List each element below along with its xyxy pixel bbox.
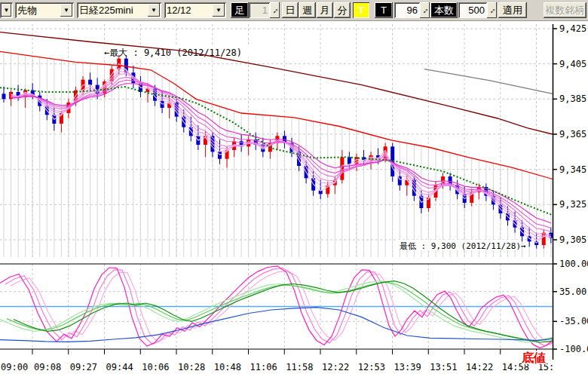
svg-text:10:48: 10:48	[214, 362, 241, 372]
svg-text:11:58: 11:58	[286, 362, 313, 372]
tick-count-field[interactable]: 96	[394, 2, 420, 18]
bar-count-label-button[interactable]: 本数	[430, 2, 458, 18]
svg-text:9,425: 9,425	[559, 23, 586, 34]
svg-text:←最大 : 9,410 (2012/11/28): ←最大 : 9,410 (2012/11/28)	[104, 48, 242, 58]
svg-text:100.00: 100.00	[559, 259, 588, 269]
tick-label-button[interactable]: T	[375, 2, 393, 18]
date-combo[interactable]: 12/12 ▼	[164, 2, 226, 18]
svg-text:09:00: 09:00	[1, 362, 28, 372]
spin-arrow-icon: ↔	[269, 5, 281, 17]
toolbar: ▼ 先物 ▼ 日経225mini ▼ 12/12 ▼ 足 1 ↔ 日 週 月 分…	[0, 0, 588, 21]
max-annotation: ←最大 : 9,410 (2012/11/28)	[103, 47, 250, 58]
chart-area: ←最大 : 9,410 (2012/11/28)9,4259,4059,3859…	[0, 21, 588, 377]
min-annotation: 最低 : 9,300 (2012/11/28)→	[398, 240, 526, 251]
svg-text:14:22: 14:22	[466, 362, 493, 372]
period-month-button[interactable]: 月	[317, 2, 333, 18]
svg-text:13:51: 13:51	[430, 362, 457, 372]
bar-count-field[interactable]: 500	[458, 2, 487, 18]
svg-text:09:27: 09:27	[70, 362, 97, 372]
symbol-combo-value: 日経225mini	[77, 4, 146, 17]
svg-text:-35.00: -35.00	[559, 316, 588, 326]
period-day-button[interactable]: 日	[282, 2, 299, 18]
bar-count-spinner[interactable]: ↔	[487, 2, 497, 18]
bottom-price-label: 底値	[521, 351, 546, 365]
dropdown-arrow-icon[interactable]: ▼	[60, 4, 72, 17]
ema-band-layer	[11, 64, 551, 244]
interval-spinner[interactable]: ↔	[270, 2, 280, 18]
svg-text:10:06: 10:06	[142, 362, 169, 372]
svg-text:35.00: 35.00	[559, 287, 586, 297]
svg-text:11:06: 11:06	[250, 362, 277, 372]
bar-droplines-layer	[4, 52, 551, 257]
svg-text:09:44: 09:44	[106, 362, 133, 372]
svg-text:9,385: 9,385	[559, 93, 586, 104]
spin-arrow-icon: ↔	[419, 5, 431, 17]
symbol-combo[interactable]: 日経225mini ▼	[77, 2, 161, 18]
svg-text:-100.00: -100.00	[559, 344, 588, 354]
date-combo-value: 12/12	[164, 5, 211, 16]
svg-text:最低 : 9,300 (2012/11/28)→: 最低 : 9,300 (2012/11/28)→	[400, 241, 526, 251]
svg-text:12:22: 12:22	[322, 362, 349, 372]
svg-text:9,405: 9,405	[559, 59, 586, 69]
spin-arrow-icon: ↔	[486, 5, 498, 17]
price-chart[interactable]: ←最大 : 9,410 (2012/11/28)9,4259,4059,3859…	[0, 21, 588, 377]
dropdown-arrow-icon[interactable]: ▼	[213, 4, 225, 17]
bar-type-button[interactable]: 足	[231, 2, 249, 18]
dropdown-arrow-icon[interactable]: ▼	[2, 4, 11, 17]
svg-text:9,325: 9,325	[559, 199, 586, 210]
apply-button[interactable]: 適用	[498, 2, 527, 18]
hidden-combo[interactable]: ▼	[0, 2, 13, 18]
svg-text:12:53: 12:53	[358, 362, 385, 372]
svg-text:9,365: 9,365	[559, 129, 586, 139]
oscillator-panel	[0, 264, 566, 349]
interval-field[interactable]: 1	[249, 2, 270, 18]
tick-count-spinner[interactable]: ↔	[420, 2, 430, 18]
dropdown-arrow-icon[interactable]: ▼	[148, 4, 160, 17]
period-tick-button-active[interactable]: T	[353, 2, 369, 18]
svg-text:底値: 底値	[521, 351, 546, 365]
svg-text:10:28: 10:28	[178, 362, 205, 372]
svg-text:09:08: 09:08	[34, 362, 61, 372]
period-week-button[interactable]: 週	[299, 2, 316, 18]
svg-text:9,345: 9,345	[559, 164, 586, 175]
svg-text:13:39: 13:39	[394, 362, 421, 372]
multi-symbol-button[interactable]: 複数銘柄	[544, 2, 586, 18]
axis-layer: 9,4259,4059,3859,3659,3459,3259,305100.0…	[1, 23, 588, 372]
market-combo[interactable]: 先物 ▼	[15, 2, 74, 18]
period-minute-button[interactable]: 分	[334, 2, 351, 18]
svg-text:9,305: 9,305	[559, 234, 586, 245]
chart-window: ▼ 先物 ▼ 日経225mini ▼ 12/12 ▼ 足 1 ↔ 日 週 月 分…	[0, 0, 588, 377]
market-combo-value: 先物	[15, 4, 59, 17]
